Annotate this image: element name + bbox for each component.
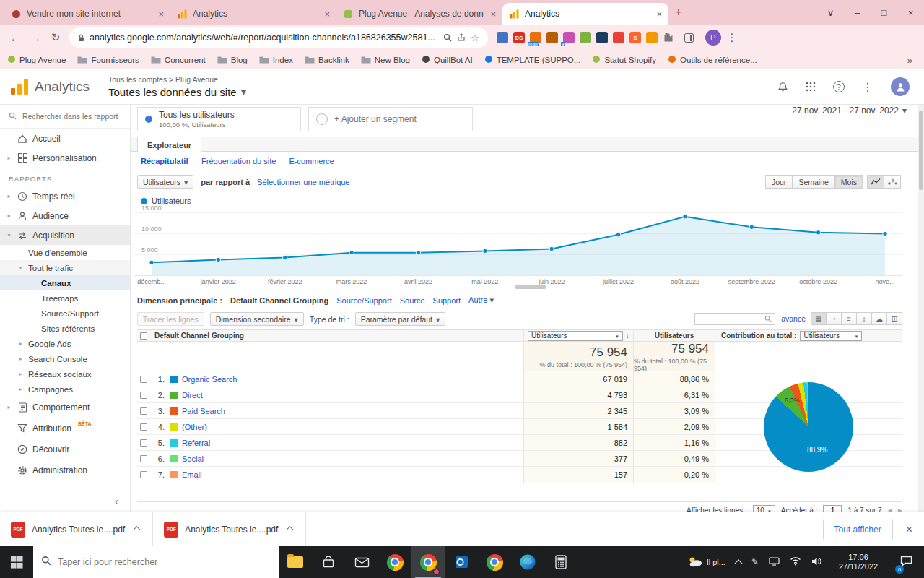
apps-grid-icon[interactable] [806, 82, 816, 92]
bookmark-item[interactable]: TEMPLATE (SUPPO... [484, 55, 581, 65]
dimension-link[interactable]: Source/Support [336, 296, 391, 305]
table-search[interactable] [694, 313, 775, 325]
sidebar-item-personnalisation[interactable]: Personnalisation [0, 148, 130, 168]
bookmark-item[interactable]: Plug Avenue [7, 55, 66, 65]
chart-scrollbar[interactable] [515, 285, 546, 289]
reload-button[interactable] [46, 28, 65, 47]
performance-view-icon[interactable] [841, 312, 857, 325]
add-segment-button[interactable]: + Ajouter un segment [308, 107, 473, 131]
dimension-link[interactable]: Support [433, 296, 461, 305]
sidebar-item-tout-le-trafic[interactable]: Tout le trafic [0, 260, 130, 275]
line-chart-button[interactable] [867, 175, 884, 189]
dimension-active[interactable]: Default Channel Grouping [230, 296, 328, 305]
column-header-dimension[interactable]: Default Channel Grouping [150, 330, 523, 341]
channel-link[interactable]: Email [182, 470, 202, 479]
row-checkbox[interactable] [140, 471, 147, 478]
select-metric-link[interactable]: Sélectionner une métrique [257, 178, 349, 186]
dimension-link[interactable]: Source [400, 296, 425, 305]
bookmark-item[interactable]: Blog [217, 56, 248, 65]
term-cloud-view-icon[interactable] [871, 312, 887, 325]
calculator-icon[interactable] [544, 546, 578, 578]
table-search-input[interactable] [698, 315, 762, 323]
extension-icon[interactable]: DS [513, 32, 525, 43]
sidebar-item-acquisition[interactable]: Acquisition [0, 225, 130, 245]
granularity-semaine-button[interactable]: Semaine [792, 175, 834, 189]
download-chevron-icon[interactable] [131, 525, 141, 535]
bookmark-item[interactable]: Fournisseurs [77, 56, 139, 65]
bookmark-item[interactable]: Concurrent [151, 56, 206, 65]
sidebar-item-search-console[interactable]: Search Console [0, 351, 130, 366]
back-button[interactable] [6, 28, 25, 47]
subtab-3[interactable]: E-commerce [289, 157, 334, 165]
sidebar-item-accueil[interactable]: Accueil [0, 129, 130, 148]
extension-icon[interactable] [497, 32, 508, 43]
channel-link[interactable]: Direct [182, 391, 203, 400]
wifi-icon[interactable] [790, 556, 801, 569]
chrome-profile2-icon[interactable] [478, 546, 511, 578]
file-explorer-icon[interactable] [279, 546, 312, 578]
sidebar-item-audience[interactable]: Audience [0, 206, 130, 225]
volume-icon[interactable] [811, 556, 821, 569]
profile-avatar[interactable]: P [705, 30, 721, 46]
row-checkbox[interactable] [140, 423, 147, 431]
pivot-view-icon[interactable] [886, 312, 902, 325]
download-item[interactable]: Analytics Toutes le....pdf [0, 512, 153, 547]
sidebar-item-campagnes[interactable]: Campagnes [0, 381, 130, 397]
extension-icon[interactable]: 9 [563, 32, 575, 43]
sidebar-item-google-ads[interactable]: Google Ads [0, 336, 130, 351]
tab-close-icon[interactable] [490, 9, 496, 20]
share-icon[interactable] [457, 33, 466, 42]
show-all-downloads-button[interactable]: Tout afficher [823, 519, 893, 540]
bookmark-item[interactable]: Outils de référence... [668, 55, 757, 65]
metric-column-select[interactable]: Utilisateurs [528, 331, 623, 341]
sidebar-item-temps-r-el[interactable]: Temps réel [0, 186, 130, 206]
channel-link[interactable]: Referral [182, 439, 210, 447]
tab-search-icon[interactable] [817, 0, 844, 25]
subtab-2[interactable]: Fréquentation du site [201, 157, 276, 165]
window-close-button[interactable] [897, 0, 924, 25]
channel-link[interactable]: Social [182, 454, 204, 463]
sidebar-search-input[interactable] [22, 112, 120, 121]
motion-chart-button[interactable] [884, 175, 901, 189]
outlook-icon[interactable] [445, 546, 478, 578]
taskbar-clock[interactable]: 17:06 27/11/2022 [832, 553, 885, 571]
sidebar-item-source-support[interactable]: Source/Support [0, 306, 130, 321]
row-checkbox[interactable] [140, 376, 147, 383]
start-button[interactable] [0, 546, 33, 578]
scrollbar-thumb[interactable] [919, 111, 923, 190]
action-center-icon[interactable]: 6 [895, 546, 917, 578]
new-tab-button[interactable] [668, 2, 689, 22]
weather-widget[interactable]: Il pl... [688, 556, 725, 569]
bookmark-star-icon[interactable] [471, 33, 479, 43]
sidebar-item-vue-d-ensemble[interactable]: Vue d'ensemble [0, 245, 130, 260]
pen-icon[interactable] [751, 557, 759, 567]
bookmark-item[interactable]: Backlink [305, 56, 349, 65]
browser-tab[interactable]: Analytics [170, 3, 336, 25]
sidebar-item-administration[interactable]: Administration [0, 460, 130, 480]
channel-link[interactable]: Paid Search [182, 407, 225, 415]
extensions-puzzle-icon[interactable] [659, 28, 678, 47]
tab-explorer[interactable]: Explorateur [137, 137, 201, 152]
contribution-select[interactable]: Utilisateurs [800, 331, 862, 341]
header-checkbox[interactable] [140, 332, 147, 340]
secondary-dimension-button[interactable]: Dimension secondaire [210, 312, 304, 326]
sidebar-item-attribution[interactable]: AttributionBÊTA [0, 418, 130, 439]
bookmark-item[interactable]: Statut Shopify [592, 55, 656, 65]
chrome-active-icon[interactable] [411, 546, 445, 578]
sidebar-item-r-seaux-sociaux[interactable]: Réseaux sociaux [0, 366, 130, 381]
extension-icon[interactable] [646, 32, 658, 43]
date-range-picker[interactable]: 27 nov. 2021 - 27 nov. 2022 [792, 105, 907, 116]
tab-close-icon[interactable] [158, 9, 164, 20]
granularity-mois-button[interactable]: Mois [834, 175, 863, 189]
row-checkbox[interactable] [140, 455, 147, 462]
sidebar-search[interactable] [0, 105, 130, 129]
column-header-users[interactable]: Utilisateurs [633, 330, 715, 341]
extension-icon[interactable]: S [629, 32, 641, 43]
extension-icon[interactable] [580, 32, 591, 43]
display-icon[interactable] [769, 556, 780, 569]
extension-icon[interactable]: redir [530, 32, 541, 43]
row-checkbox[interactable] [140, 392, 147, 399]
sidebar-item-canaux[interactable]: Canaux [0, 275, 130, 290]
sort-direction-icon[interactable] [626, 332, 629, 340]
channel-link[interactable]: Organic Search [182, 375, 237, 384]
